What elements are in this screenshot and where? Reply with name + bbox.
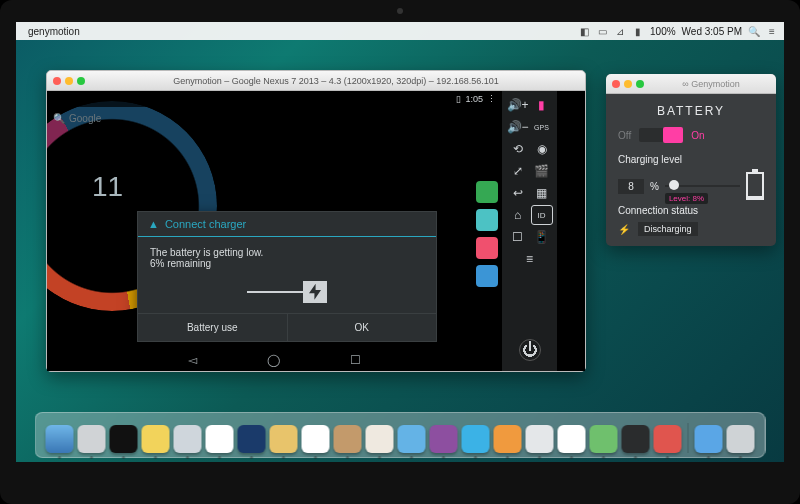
nav-recent-icon[interactable]: ☐: [350, 353, 361, 367]
power-button[interactable]: ⏻: [519, 339, 541, 361]
search-icon: 🔍: [53, 113, 65, 124]
android-status-bar[interactable]: ▯ 1:05 ⋮: [47, 91, 502, 107]
identifiers-button[interactable]: ID: [531, 205, 553, 225]
nav-back-icon[interactable]: ◅: [188, 353, 197, 367]
battery-minimize-button[interactable]: [624, 80, 632, 88]
dock-app-settings[interactable]: [654, 425, 682, 453]
dock-app-chrome[interactable]: [206, 425, 234, 453]
display-icon[interactable]: ▭: [596, 26, 608, 37]
google-search-label: Google: [69, 113, 101, 124]
dock-app-facetime[interactable]: [590, 425, 618, 453]
volume-down-button[interactable]: 🔊−: [507, 117, 529, 137]
dock-app-mail[interactable]: [270, 425, 298, 453]
home-button[interactable]: ⌂: [507, 205, 529, 225]
dialog-title: Connect charger: [165, 218, 246, 230]
rotate-button[interactable]: ⟲: [507, 139, 529, 159]
recent-apps-button[interactable]: ☐: [507, 227, 529, 247]
dock-app-reminders[interactable]: [366, 425, 394, 453]
battery-panel-titlebar[interactable]: ∞ Genymotion: [606, 74, 776, 94]
home-app-4[interactable]: [476, 265, 498, 287]
pixel-perfect-button[interactable]: ▦: [531, 183, 553, 203]
status-battery-icon: ▯: [456, 94, 461, 104]
status-overflow-icon: ⋮: [487, 94, 496, 104]
google-search-widget[interactable]: 🔍 Google: [53, 113, 101, 124]
battery-panel-header: BATTERY: [618, 104, 764, 118]
connection-state-select[interactable]: Discharging: [638, 222, 698, 236]
ok-button[interactable]: OK: [288, 314, 437, 341]
charging-level-slider[interactable]: Level: 8%: [665, 171, 740, 201]
fullscreen-button[interactable]: ⤢: [507, 161, 529, 181]
switch-on-label: On: [691, 130, 704, 141]
dock-separator: [688, 423, 689, 453]
remote-button[interactable]: 📱: [531, 227, 553, 247]
menu-button[interactable]: ≡: [519, 249, 541, 269]
bolt-icon: ⚡: [618, 224, 630, 235]
dock-app-calendar[interactable]: [302, 425, 330, 453]
minimize-button[interactable]: [65, 77, 73, 85]
nav-home-icon[interactable]: ◯: [267, 353, 280, 367]
wifi-icon[interactable]: ⊿: [614, 26, 626, 37]
dock-app-appstore[interactable]: [695, 425, 723, 453]
active-app-name[interactable]: genymotion: [28, 26, 80, 37]
dock-app-launchpad[interactable]: [78, 425, 106, 453]
android-nav-bar: ◅ ◯ ☐: [47, 349, 502, 371]
menu-extra-icon[interactable]: ◧: [578, 26, 590, 37]
battery-panel-title: ∞ Genymotion: [652, 79, 770, 89]
warning-icon: ▲: [148, 218, 159, 230]
battery-close-button[interactable]: [612, 80, 620, 88]
dock-app-photobooth[interactable]: [430, 425, 458, 453]
home-app-3[interactable]: [476, 237, 498, 259]
dock-trash[interactable]: [727, 425, 755, 453]
dock-app-skype[interactable]: [462, 425, 490, 453]
dock-app-ibooks[interactable]: [558, 425, 586, 453]
percent-sign: %: [650, 181, 659, 192]
dock-app-itunes[interactable]: [494, 425, 522, 453]
battery-panel-window: ∞ Genymotion BATTERY Off On Charging lev…: [606, 74, 776, 246]
dialog-line-1: The battery is getting low.: [150, 247, 424, 258]
charger-plug-icon: [150, 279, 424, 303]
battery-level-icon: [746, 172, 764, 200]
emulator-titlebar[interactable]: Genymotion – Google Nexus 7 2013 – 4.3 (…: [47, 71, 585, 91]
spotlight-icon[interactable]: 🔍: [748, 26, 760, 37]
low-battery-dialog: ▲ Connect charger The battery is getting…: [137, 211, 437, 342]
dock-app-contacts[interactable]: [334, 425, 362, 453]
connection-status-label: Connection status: [618, 205, 764, 216]
macos-menubar: genymotion ◧ ▭ ⊿ ▮ 100% Wed 3:05 PM 🔍 ≡: [16, 22, 784, 40]
close-button[interactable]: [53, 77, 61, 85]
battery-use-button[interactable]: Battery use: [138, 314, 288, 341]
battery-zoom-button[interactable]: [636, 80, 644, 88]
screencast-button[interactable]: 🎬: [531, 161, 553, 181]
dock-app-genymotion[interactable]: [622, 425, 650, 453]
clock-widget-time: 11: [92, 171, 123, 203]
gps-button[interactable]: GPS: [531, 117, 553, 137]
emulator-control-panel: 🔊+ ▮ 🔊− GPS ⟲ ◉ ⤢ 🎬: [502, 91, 557, 371]
dock-app-virtualbox[interactable]: [238, 425, 266, 453]
dock-app-notes[interactable]: [142, 425, 170, 453]
back-button[interactable]: ↩: [507, 183, 529, 203]
device-screen[interactable]: 11 🔍 Google ▯ 1:05 ⋮: [47, 91, 502, 371]
notification-center-icon[interactable]: ≡: [766, 26, 778, 37]
home-app-1[interactable]: [476, 181, 498, 203]
dock-app-terminal[interactable]: [110, 425, 138, 453]
volume-up-button[interactable]: 🔊+: [507, 95, 529, 115]
status-clock: 1:05: [465, 94, 483, 104]
home-app-2[interactable]: [476, 209, 498, 231]
emulator-title: Genymotion – Google Nexus 7 2013 – 4.3 (…: [93, 76, 579, 86]
macos-dock: [35, 412, 766, 458]
dialog-line-2: 6% remaining: [150, 258, 424, 269]
battery-menu-pct: 100%: [650, 26, 676, 37]
charging-level-label: Charging level: [618, 154, 764, 165]
webcam: [397, 8, 403, 14]
charging-level-input[interactable]: [618, 179, 644, 194]
dock-app-messages[interactable]: [398, 425, 426, 453]
camera-button[interactable]: ◉: [531, 139, 553, 159]
battery-widget-button[interactable]: ▮: [531, 95, 553, 115]
dock-app-finder[interactable]: [46, 425, 74, 453]
zoom-button[interactable]: [77, 77, 85, 85]
dock-app-safari[interactable]: [174, 425, 202, 453]
switch-off-label: Off: [618, 130, 631, 141]
dock-app-maps[interactable]: [526, 425, 554, 453]
menubar-clock[interactable]: Wed 3:05 PM: [682, 26, 742, 37]
battery-override-switch[interactable]: [639, 128, 683, 142]
battery-menu-icon[interactable]: ▮: [632, 26, 644, 37]
